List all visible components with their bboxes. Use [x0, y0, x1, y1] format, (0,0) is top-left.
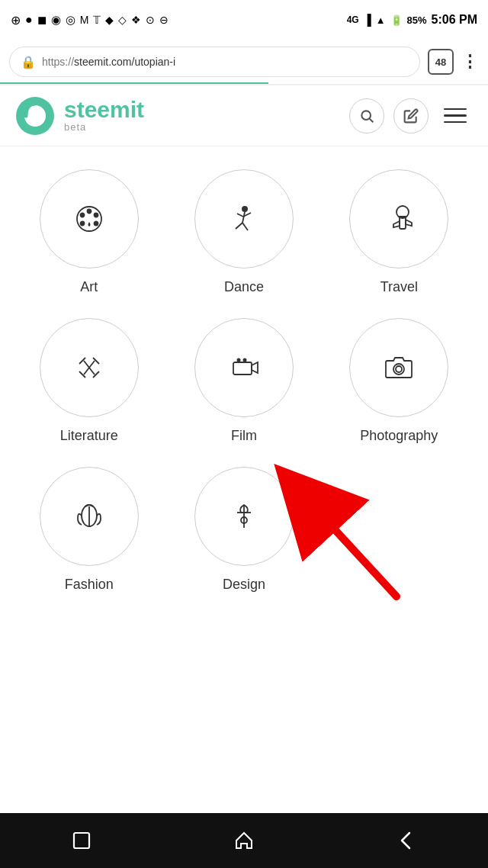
svg-line-12 — [236, 223, 242, 229]
svg-rect-23 — [233, 362, 252, 375]
logo-text-block: steemit beta — [64, 98, 144, 133]
category-item-fashion[interactable]: Fashion — [15, 467, 162, 593]
art-icon — [69, 198, 110, 240]
category-item-design[interactable]: Design — [170, 467, 317, 593]
travel-icon — [378, 198, 419, 240]
category-item-art[interactable]: Art — [15, 169, 162, 295]
hamburger-line-3 — [444, 121, 467, 124]
category-circle-design — [194, 467, 294, 566]
status-bar-left: ⊕ ● ◼ ◉ ◎ M 𝕋 ◆ ◇ ❖ ⊙ ⊖ — [11, 13, 169, 27]
url-domain: steemit.com/utopian-i — [74, 56, 175, 68]
categories-grid: Art Dance — [15, 169, 473, 593]
steemit-logo-icon — [15, 96, 55, 136]
whatsapp2-icon: ◉ — [51, 13, 61, 27]
home-button[interactable] — [224, 821, 264, 860]
svg-line-11 — [242, 212, 245, 223]
main-content: Art Dance — [0, 146, 488, 608]
logo-container: steemit beta — [15, 96, 349, 136]
category-label-dance: Dance — [224, 279, 264, 295]
category-circle-art — [40, 169, 139, 268]
literature-icon — [69, 347, 110, 388]
dance-icon — [223, 198, 265, 240]
recent-apps-icon — [71, 830, 92, 851]
discord3-icon: ❖ — [131, 14, 141, 26]
status-bar-right: 4G ▐ ▲ 🔋 85% 5:06 PM — [347, 13, 477, 27]
category-item-photography[interactable]: Photography — [326, 318, 473, 444]
bottom-nav — [0, 813, 488, 868]
discord-icon: ◆ — [105, 14, 114, 26]
svg-rect-36 — [74, 833, 89, 848]
svg-point-6 — [87, 210, 91, 214]
category-label-literature: Literature — [60, 428, 118, 444]
category-circle-travel — [349, 169, 448, 268]
hamburger-line-2 — [444, 114, 467, 117]
category-label-film: Film — [231, 428, 257, 444]
app-header: steemit beta — [0, 85, 488, 146]
category-circle-film — [194, 318, 294, 417]
svg-point-28 — [396, 366, 402, 372]
signal-bars-icon: ▐ — [364, 14, 371, 26]
url-box[interactable]: 🔒 https://steemit.com/utopian-i — [9, 47, 420, 77]
logo-name: steemit — [64, 98, 144, 121]
svg-line-3 — [370, 118, 374, 122]
page-load-progress — [0, 82, 268, 85]
battery-pct: 85% — [407, 14, 427, 26]
svg-line-13 — [242, 223, 248, 230]
svg-point-10 — [242, 206, 248, 212]
back-icon — [396, 830, 417, 851]
lock-icon: 🔒 — [21, 55, 36, 69]
svg-point-25 — [236, 358, 240, 362]
lte-icon: 4G — [347, 14, 359, 25]
status-bar: ⊕ ● ◼ ◉ ◎ M 𝕋 ◆ ◇ ❖ ⊙ ⊖ 4G ▐ ▲ 🔋 85% 5:0… — [0, 0, 488, 40]
chrome-icon: ◎ — [66, 13, 75, 27]
hamburger-menu-button[interactable] — [438, 98, 473, 133]
categories-section: Art Dance — [0, 146, 488, 608]
category-item-film[interactable]: Film — [170, 318, 317, 444]
category-item-travel[interactable]: Travel — [326, 169, 473, 295]
category-circle-fashion — [40, 467, 139, 566]
home-icon — [233, 830, 255, 851]
wifi-icon: ▲ — [376, 14, 386, 26]
film-icon — [223, 347, 265, 388]
svg-line-14 — [237, 214, 243, 217]
tab-count[interactable]: 48 — [428, 49, 454, 75]
search-button[interactable] — [349, 98, 384, 133]
url-text: https://steemit.com/utopian-i — [42, 56, 409, 68]
category-label-fashion: Fashion — [65, 577, 114, 593]
category-circle-literature — [40, 318, 139, 417]
svg-point-26 — [242, 358, 246, 362]
category-label-art: Art — [80, 279, 98, 295]
status-time: 5:06 PM — [432, 13, 477, 27]
category-item-dance[interactable]: Dance — [170, 169, 317, 295]
photography-icon — [378, 347, 419, 388]
svg-point-5 — [80, 214, 84, 217]
facebook-icon: ◼ — [37, 13, 47, 27]
category-circle-photography — [349, 318, 448, 417]
category-label-photography: Photography — [360, 428, 438, 444]
back-button[interactable] — [387, 821, 426, 860]
url-https: https:// — [42, 56, 74, 68]
design-icon — [223, 496, 265, 537]
twitter-icon: 𝕋 — [93, 14, 101, 26]
svg-marker-24 — [252, 362, 258, 373]
hamburger-line-1 — [444, 108, 467, 111]
svg-point-8 — [94, 222, 98, 226]
signal-icon: ⊕ — [11, 13, 21, 27]
svg-point-9 — [80, 222, 84, 226]
svg-point-7 — [94, 214, 98, 217]
fashion-icon — [69, 496, 110, 537]
discord2-icon: ◇ — [118, 14, 127, 26]
logo-beta: beta — [64, 121, 144, 133]
whatsapp-icon: ● — [25, 13, 33, 27]
edit-button[interactable] — [393, 98, 429, 133]
minus-icon: ⊖ — [159, 14, 169, 26]
browser-menu-button[interactable]: ⋮ — [461, 52, 479, 72]
category-item-literature[interactable]: Literature — [15, 318, 162, 444]
battery-icon: 🔋 — [390, 14, 403, 26]
header-actions — [349, 98, 473, 133]
gmail-icon: M — [80, 14, 89, 26]
svg-point-2 — [361, 111, 371, 120]
location-icon: ⊙ — [146, 14, 155, 26]
category-label-travel: Travel — [380, 279, 418, 295]
recent-apps-button[interactable] — [62, 821, 101, 860]
